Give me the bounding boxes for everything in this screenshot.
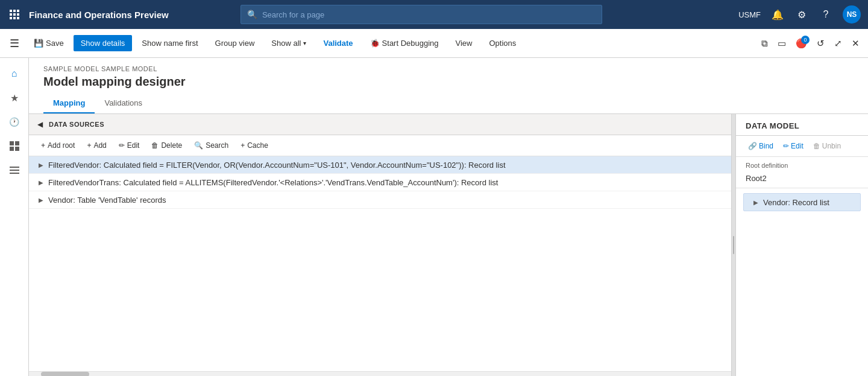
save-icon: 💾 <box>34 39 43 48</box>
root-definition-value: Root2 <box>736 171 868 188</box>
svg-rect-11 <box>10 147 14 151</box>
popout-icon-button[interactable]: ⤢ <box>831 34 846 53</box>
app-title: Finance and Operations Preview <box>29 10 169 20</box>
unbin-icon: 🗑 <box>813 142 820 150</box>
data-sources-container: ◀ DATA SOURCES + Add root + Add ✏ Edit <box>29 113 868 376</box>
bind-icon: 🔗 <box>748 142 757 150</box>
page-header: SAMPLE MODEL SAMPLE MODEL Model mapping … <box>29 58 868 113</box>
svg-rect-3 <box>10 13 12 16</box>
svg-rect-9 <box>10 141 14 145</box>
delete-button[interactable]: 🗑 Delete <box>146 139 187 152</box>
edit-icon: ✏ <box>119 141 125 150</box>
divider-handle <box>733 236 734 254</box>
sidebar-item-home[interactable]: ⌂ <box>4 63 25 84</box>
grid-icon[interactable] <box>7 7 22 22</box>
main-layout: ⌂ ★ 🕐 SAMPLE MODEL SAMPLE MODEL Model ma… <box>0 58 868 376</box>
dm-edit-button[interactable]: ✏ Edit <box>781 141 806 151</box>
data-sources-panel-title: DATA SOURCES <box>49 121 104 128</box>
action-bar-right: ⧉ ▭ 🔴 0 ↺ ⤢ ✕ <box>758 34 863 53</box>
edit-button[interactable]: ✏ Edit <box>114 139 145 152</box>
show-name-first-button[interactable]: Show name first <box>134 35 205 51</box>
expand-arrow-filtered-vendor-trans[interactable]: ▶ <box>36 177 46 187</box>
data-model-panel-title: DATA MODEL <box>736 114 868 136</box>
search-icon: 🔍 <box>194 141 203 150</box>
tab-mapping[interactable]: Mapping <box>43 94 95 113</box>
delete-icon: 🗑 <box>151 141 159 150</box>
tree-item-filtered-vendor-trans[interactable]: ▶ FilteredVendorTrans: Calculated field … <box>29 174 731 191</box>
breadcrumb: SAMPLE MODEL SAMPLE MODEL <box>43 65 854 72</box>
svg-rect-1 <box>13 10 16 12</box>
svg-rect-13 <box>10 167 19 168</box>
avatar[interactable]: NS <box>843 5 861 24</box>
show-all-button[interactable]: Show all ▾ <box>264 35 313 51</box>
show-details-button[interactable]: Show details <box>74 35 133 51</box>
data-sources-panel: ◀ DATA SOURCES + Add root + Add ✏ Edit <box>29 114 732 376</box>
sidebar-item-modules[interactable] <box>4 159 25 181</box>
sidebar-item-workspaces[interactable] <box>4 135 25 157</box>
data-sources-panel-header: ◀ DATA SOURCES <box>29 114 731 135</box>
svg-rect-5 <box>17 13 19 16</box>
validate-button[interactable]: Validate <box>316 35 360 51</box>
notification-icon[interactable]: 🔔 <box>770 7 785 22</box>
horizontal-scrollbar[interactable] <box>29 371 731 376</box>
data-model-actions: 🔗 Bind ✏ Edit 🗑 Unbin <box>736 136 868 157</box>
close-icon-button[interactable]: ✕ <box>848 34 863 53</box>
sidebar-item-favorites[interactable]: ★ <box>4 87 25 109</box>
add-button[interactable]: + Add <box>82 139 111 152</box>
action-bar: ☰ 💾 Save Show details Show name first Gr… <box>0 29 868 58</box>
search-input[interactable] <box>262 10 596 19</box>
content-area: SAMPLE MODEL SAMPLE MODEL Model mapping … <box>29 58 868 376</box>
dm-tree-item-vendor[interactable]: ▶ Vendor: Record list <box>743 193 861 211</box>
view-button[interactable]: View <box>448 35 480 51</box>
data-sources-tree: ▶ FilteredVendor: Calculated field = FIL… <box>29 156 731 371</box>
svg-rect-14 <box>10 170 19 171</box>
data-sources-toolbar: + Add root + Add ✏ Edit 🗑 Delete <box>29 135 731 156</box>
panel-collapse-button[interactable]: ◀ <box>36 119 44 130</box>
refresh-icon-button[interactable]: ↺ <box>813 34 828 53</box>
tree-item-filtered-vendor[interactable]: ▶ FilteredVendor: Calculated field = FIL… <box>29 156 731 174</box>
top-navigation: Finance and Operations Preview 🔍 USMF 🔔 … <box>0 0 868 29</box>
global-search[interactable]: 🔍 <box>241 5 602 24</box>
tab-bar: Mapping Validations <box>43 94 854 113</box>
svg-rect-15 <box>10 173 19 174</box>
data-model-panel: DATA MODEL 🔗 Bind ✏ Edit 🗑 Unbin R <box>735 114 868 376</box>
tree-item-vendor[interactable]: ▶ Vendor: Table 'VendTable' records <box>29 191 731 209</box>
svg-rect-8 <box>17 17 19 19</box>
search-icon: 🔍 <box>247 10 257 19</box>
sidebar-item-recent[interactable]: 🕐 <box>4 111 25 133</box>
badge-icon-button[interactable]: 🔴 0 <box>792 34 811 53</box>
horizontal-scrollbar-thumb[interactable] <box>41 372 89 376</box>
layout-icon-button[interactable]: ▭ <box>774 34 790 53</box>
svg-rect-7 <box>13 17 16 19</box>
expand-arrow-vendor[interactable]: ▶ <box>36 195 46 205</box>
svg-rect-12 <box>15 147 19 151</box>
show-all-dropdown-icon: ▾ <box>303 40 306 46</box>
connect-icon-button[interactable]: ⧉ <box>758 34 772 53</box>
top-nav-right: USMF 🔔 ⚙ ? NS <box>738 5 861 24</box>
dm-edit-icon: ✏ <box>783 142 789 150</box>
svg-rect-10 <box>15 141 19 145</box>
tab-validations[interactable]: Validations <box>95 94 152 113</box>
options-button[interactable]: Options <box>482 35 524 51</box>
menu-toggle-button[interactable]: ☰ <box>5 34 24 53</box>
dm-expand-arrow[interactable]: ▶ <box>751 197 761 207</box>
group-view-button[interactable]: Group view <box>208 35 262 51</box>
bind-button[interactable]: 🔗 Bind <box>746 141 776 151</box>
search-button[interactable]: 🔍 Search <box>189 139 233 152</box>
add-root-icon: + <box>41 141 45 150</box>
save-button[interactable]: 💾 Save <box>27 35 71 51</box>
svg-rect-0 <box>10 10 12 12</box>
add-root-button[interactable]: + Add root <box>36 139 80 152</box>
root-definition-label: Root definition <box>736 157 868 171</box>
cache-button[interactable]: + Cache <box>236 139 273 152</box>
page-title: Model mapping designer <box>43 75 854 89</box>
expand-arrow-filtered-vendor[interactable]: ▶ <box>36 160 46 170</box>
sidebar: ⌂ ★ 🕐 <box>0 58 29 376</box>
debug-icon: 🐞 <box>370 39 380 48</box>
settings-icon[interactable]: ⚙ <box>794 7 809 22</box>
svg-rect-6 <box>10 17 12 19</box>
help-icon[interactable]: ? <box>819 7 833 22</box>
unbin-button[interactable]: 🗑 Unbin <box>811 141 843 151</box>
start-debugging-button[interactable]: 🐞 Start Debugging <box>363 35 446 51</box>
env-label: USMF <box>738 10 761 19</box>
